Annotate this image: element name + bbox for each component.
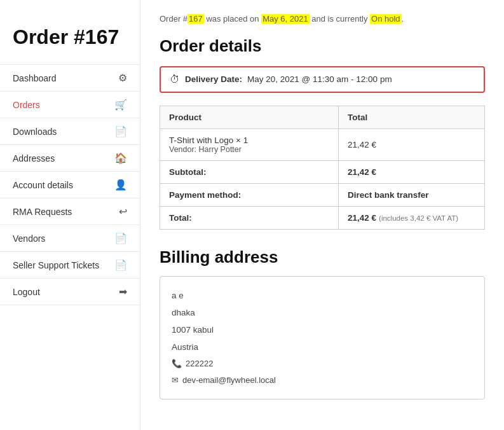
sidebar-item-account-label: Account details <box>13 180 114 190</box>
seller-icon: 📄 <box>114 259 127 271</box>
sidebar-nav: Dashboard ⚙ Orders 🛒 Downloads 📄 Address… <box>0 64 140 305</box>
table-cell-product: T-Shirt with Logo × 1 Vendor: Harry Pott… <box>160 128 339 160</box>
total-row: Total: 21,42 €(includes 3,42 € VAT AT) <box>160 206 485 229</box>
addresses-icon: 🏠 <box>114 152 127 164</box>
sidebar-item-orders[interactable]: Orders 🛒 <box>0 92 140 118</box>
order-details-title: Order details <box>160 36 485 56</box>
account-icon: 👤 <box>114 179 127 191</box>
phone-icon: 📞 <box>172 356 182 372</box>
sidebar-item-vendors-label: Vendors <box>13 233 114 244</box>
sidebar-item-downloads-label: Downloads <box>13 127 114 137</box>
payment-label: Payment method: <box>160 183 339 206</box>
billing-line2: dhaka <box>172 304 473 321</box>
billing-line1: a e <box>172 287 473 304</box>
billing-phone: 📞 222222 <box>172 356 473 372</box>
table-header-total: Total <box>339 106 485 128</box>
delivery-label: Delivery Date: <box>185 74 242 84</box>
sidebar-item-addresses-label: Addresses <box>13 153 114 163</box>
vat-note: (includes 3,42 € VAT AT) <box>379 214 458 222</box>
order-table: Product Total T-Shirt with Logo × 1 Vend… <box>160 106 485 230</box>
sidebar-item-seller-label: Seller Support Tickets <box>13 260 114 270</box>
table-row: T-Shirt with Logo × 1 Vendor: Harry Pott… <box>160 128 485 160</box>
total-label: Total: <box>160 206 339 229</box>
status-mid: was placed on <box>204 14 261 24</box>
subtotal-row: Subtotal: 21,42 € <box>160 160 485 183</box>
sidebar-item-account-details[interactable]: Account details 👤 <box>0 172 140 198</box>
sidebar-item-downloads[interactable]: Downloads 📄 <box>0 118 140 145</box>
sidebar-item-dashboard-label: Dashboard <box>13 73 118 83</box>
sidebar-item-rma-label: RMA Requests <box>13 207 119 217</box>
page-title: Order #167 <box>0 13 140 64</box>
delivery-value: May 20, 2021 @ 11:30 am - 12:00 pm <box>247 74 392 84</box>
order-status-badge: On hold <box>370 14 402 24</box>
table-header-product: Product <box>160 106 339 128</box>
subtotal-value: 21,42 € <box>339 160 485 183</box>
orders-icon: 🛒 <box>114 99 127 111</box>
status-suffix: and is currently <box>310 14 370 24</box>
billing-address-box: a e dhaka 1007 kabul Austria 📞 222222 ✉ … <box>160 276 485 399</box>
vendors-icon: 📄 <box>114 232 127 244</box>
order-date: May 6, 2021 <box>261 14 310 24</box>
email-icon: ✉ <box>172 372 179 389</box>
sidebar: Order #167 Dashboard ⚙ Orders 🛒 Download… <box>0 0 140 430</box>
payment-row: Payment method: Direct bank transfer <box>160 183 485 206</box>
vendor-name: Vendor: Harry Potter <box>169 145 329 154</box>
main-content: Order #167 was placed on May 6, 2021 and… <box>140 0 504 430</box>
downloads-icon: 📄 <box>114 125 127 137</box>
billing-line3: 1007 kabul <box>172 321 473 338</box>
billing-email: ✉ dev-email@flywheel.local <box>172 372 473 389</box>
subtotal-label: Subtotal: <box>160 160 339 183</box>
logout-icon: ➡ <box>119 286 127 298</box>
sidebar-item-vendors[interactable]: Vendors 📄 <box>0 225 140 252</box>
sidebar-item-logout-label: Logout <box>13 287 119 297</box>
sidebar-item-orders-label: Orders <box>13 100 114 110</box>
sidebar-item-seller-support[interactable]: Seller Support Tickets 📄 <box>0 252 140 279</box>
sidebar-item-logout[interactable]: Logout ➡ <box>0 279 140 305</box>
billing-title: Billing address <box>160 247 485 267</box>
order-number: 167 <box>187 14 204 24</box>
sidebar-item-dashboard[interactable]: Dashboard ⚙ <box>0 64 140 92</box>
clock-icon: ⏱ <box>170 74 180 85</box>
table-cell-price: 21,42 € <box>339 128 485 160</box>
order-status-text: Order #167 was placed on May 6, 2021 and… <box>160 13 485 26</box>
rma-icon: ↩ <box>119 205 127 218</box>
sidebar-item-addresses[interactable]: Addresses 🏠 <box>0 145 140 172</box>
delivery-date-box: ⏱ Delivery Date: May 20, 2021 @ 11:30 am… <box>160 66 485 93</box>
total-value: 21,42 €(includes 3,42 € VAT AT) <box>339 206 485 229</box>
dashboard-icon: ⚙ <box>118 72 127 84</box>
payment-value: Direct bank transfer <box>339 183 485 206</box>
product-name: T-Shirt with Logo × 1 <box>169 135 329 145</box>
billing-line4: Austria <box>172 338 473 356</box>
sidebar-item-rma-requests[interactable]: RMA Requests ↩ <box>0 198 140 225</box>
status-prefix: Order # <box>160 14 187 24</box>
